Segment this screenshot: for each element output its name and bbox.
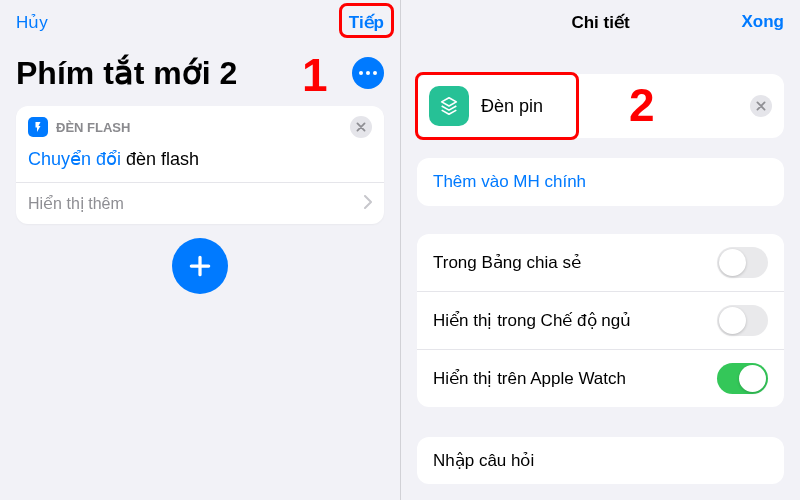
shortcut-name-card[interactable]: Đèn pin bbox=[417, 74, 784, 138]
action-body[interactable]: Chuyển đổi đèn flash bbox=[16, 144, 384, 182]
row-share-sheet: Trong Bảng chia sẻ bbox=[417, 234, 784, 291]
shortcut-name-input[interactable]: Đèn pin bbox=[481, 96, 543, 117]
details-pane: Chi tiết Xong Đèn pin Thêm vào MH chính … bbox=[400, 0, 800, 500]
action-card: ĐÈN FLASH Chuyển đổi đèn flash Hiển thị … bbox=[16, 106, 384, 224]
add-to-home-screen-button[interactable]: Thêm vào MH chính bbox=[417, 158, 784, 206]
details-title: Chi tiết bbox=[401, 12, 800, 33]
toggles-group: Trong Bảng chia sẻ Hiển thị trong Chế độ… bbox=[417, 234, 784, 407]
toggle-sleep-mode[interactable] bbox=[717, 305, 768, 336]
chevron-right-icon bbox=[364, 195, 372, 212]
remove-action-button[interactable] bbox=[350, 116, 372, 138]
show-more-row[interactable]: Hiển thị thêm bbox=[16, 182, 384, 224]
more-button[interactable] bbox=[352, 57, 384, 89]
add-action-button[interactable] bbox=[172, 238, 228, 294]
row-label: Hiển thị trong Chế độ ngủ bbox=[433, 310, 631, 331]
cancel-button[interactable]: Hủy bbox=[16, 12, 48, 33]
row-apple-watch: Hiển thị trên Apple Watch bbox=[417, 349, 784, 407]
page-title: Phím tắt mới 2 bbox=[16, 54, 237, 92]
navbar-left: Hủy Tiếp bbox=[0, 0, 400, 44]
input-question-row[interactable]: Nhập câu hỏi bbox=[417, 437, 784, 484]
toggle-share-sheet[interactable] bbox=[717, 247, 768, 278]
done-button[interactable]: Xong bbox=[742, 12, 785, 32]
row-label: Hiển thị trên Apple Watch bbox=[433, 368, 626, 389]
navbar-right: Chi tiết Xong bbox=[401, 0, 800, 44]
row-label: Trong Bảng chia sẻ bbox=[433, 252, 581, 273]
shortcut-editor-pane: Hủy Tiếp Phím tắt mới 2 ĐÈN FLASH Chuyển… bbox=[0, 0, 400, 500]
toggle-apple-watch[interactable] bbox=[717, 363, 768, 394]
action-header-label: ĐÈN FLASH bbox=[56, 120, 130, 135]
flash-icon bbox=[28, 117, 48, 137]
shortcut-icon[interactable] bbox=[429, 86, 469, 126]
action-label: đèn flash bbox=[126, 149, 199, 169]
input-question-label: Nhập câu hỏi bbox=[433, 450, 534, 471]
action-param-highlight[interactable]: Chuyển đổi bbox=[28, 149, 121, 169]
title-row: Phím tắt mới 2 bbox=[0, 44, 400, 106]
show-more-label: Hiển thị thêm bbox=[28, 194, 124, 213]
clear-name-button[interactable] bbox=[750, 95, 772, 117]
action-card-header: ĐÈN FLASH bbox=[16, 106, 384, 144]
next-button[interactable]: Tiếp bbox=[349, 12, 384, 33]
input-question-group: Nhập câu hỏi bbox=[417, 437, 784, 484]
row-sleep-mode: Hiển thị trong Chế độ ngủ bbox=[417, 291, 784, 349]
